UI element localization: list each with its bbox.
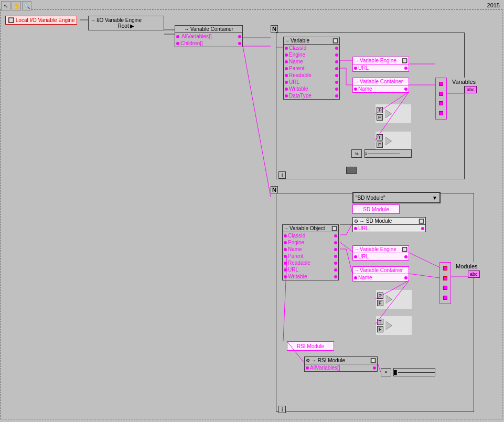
hand-tool[interactable]: ✋ [12,1,21,10]
icon-bottom-top [346,167,357,174]
main-canvas: ↖ ✋ 🔍 2015 🔲 Local I/O Variable Engine →… [0,0,504,422]
local-io-engine-label: 🔲 Local I/O Variable Engine [8,17,74,23]
sd-module-dropdown[interactable]: "SD Module" ▼ [352,192,441,203]
rsi-module-title: → RSI Module [311,358,345,363]
i-marker-bottom: i [278,406,286,413]
io-engine-box: → I/O Variable Engine Root ▶ [88,16,164,30]
toolbar: ↖ ✋ 🔍 [1,1,31,10]
sd-module-title: → SD Module [359,218,392,224]
icon-bottom-2: █ [393,368,435,376]
n-marker-bottom: N [271,186,278,193]
rsi-module-label-box: RSI Module [287,341,334,351]
io-engine-label: I/O Variable Engine [96,17,142,23]
local-io-engine-box: 🔲 Local I/O Variable Engine [5,16,77,25]
tf-box-bottom-1: T F [376,289,412,309]
rsi-module-box: ⚙ → RSI Module 🔲 AllVariables[] [304,356,378,372]
variable-box-top: → Variable 🔲 ClassId Engine Name Parent … [283,37,340,100]
data-box-top-2: ≡ [364,149,412,158]
var-container-top: → Variable Container AllVariables[] Chil… [175,25,243,47]
sd-module-box: ⚙ → SD Module 🔲 URL [352,217,426,232]
variable-object-box: → Variable Object 🔲 ClassId Engine Name … [282,224,339,280]
tf-box-bottom-2: T F [376,316,412,336]
abc-box-top: abc [465,86,477,93]
n-marker-top: N [271,25,278,33]
right-connector-bottom [439,262,451,304]
arrow-tool[interactable]: ↖ [1,1,10,10]
tf-box-top-2: T F [375,131,412,151]
var-engine-top: → Variable Engine 🔲 URL [352,57,409,72]
tf-box-top-1: T F [375,104,412,124]
sd-module-label-box: SD Module [352,204,400,214]
right-connector-top [435,78,447,120]
var-container-bottom-inner: → Variable Container Name [352,266,409,282]
root-label: Root ▶ [91,23,162,29]
var-engine-bottom: → Variable Engine 🔲 URL [352,245,409,261]
icon-bottom-1: ≡ [381,368,391,376]
year-label: 2015 [487,2,500,8]
i-marker-top: i [278,171,286,179]
modules-output-label: Modules [454,262,480,270]
variables-output-label: Variables [450,78,478,86]
abc-box-bottom: abc [468,270,480,278]
data-box-top-1: % [351,149,362,158]
zoom-tool[interactable]: 🔍 [22,1,31,10]
var-container-top-inner: → Variable Container Name [352,78,409,93]
